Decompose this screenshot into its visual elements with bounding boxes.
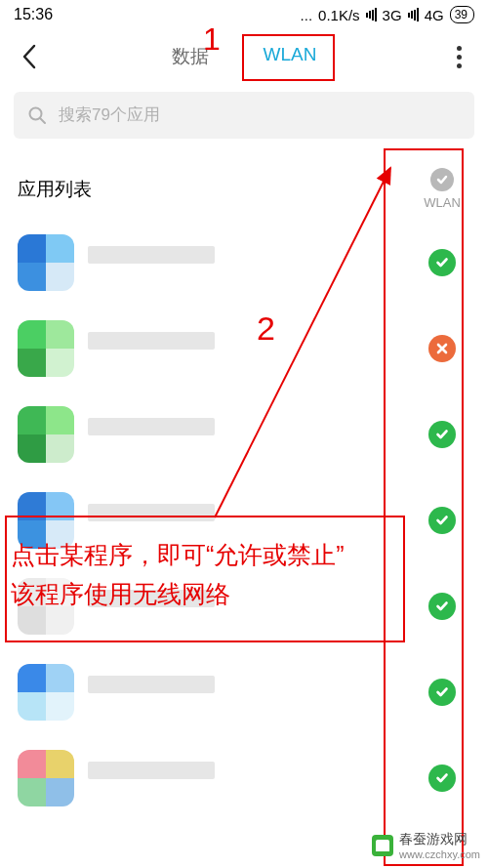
- app-status-col: [414, 593, 470, 620]
- checkmark-icon: [434, 255, 450, 270]
- tabs: 数据 WLAN: [49, 30, 439, 83]
- app-status-col: [414, 507, 470, 534]
- checkmark-icon: [434, 513, 450, 528]
- search-box[interactable]: [14, 92, 474, 139]
- app-icon: [18, 406, 74, 463]
- search-input[interactable]: [57, 104, 461, 126]
- app-name: [88, 246, 414, 279]
- app-name: [88, 762, 414, 795]
- app-status-col: [414, 249, 470, 276]
- app-status-col: [414, 335, 470, 362]
- app-list: [0, 220, 488, 821]
- tab-data[interactable]: 数据: [144, 30, 236, 83]
- signal-bars-icon: [408, 8, 419, 21]
- watermark-text: 春蚕游戏网 www.czchxy.com: [399, 831, 480, 860]
- app-icon: [18, 234, 74, 291]
- app-name: [88, 504, 414, 537]
- column-header-wlan[interactable]: WLAN: [414, 168, 470, 210]
- app-row[interactable]: [0, 220, 488, 306]
- search-wrap: [0, 84, 488, 146]
- status-indicators: ... 0.1K/s 3G 4G 39: [301, 6, 474, 23]
- toggle-allow[interactable]: [428, 679, 456, 706]
- toggle-allow[interactable]: [428, 421, 456, 448]
- checkmark-icon: [434, 684, 450, 700]
- app-icon: [18, 750, 74, 806]
- app-status-col: [414, 421, 470, 448]
- battery-icon: 39: [450, 6, 474, 23]
- app-row[interactable]: [0, 563, 488, 649]
- close-icon: [434, 341, 450, 356]
- app-status-col: [414, 765, 470, 792]
- tab-bar: 数据 WLAN: [0, 29, 488, 84]
- status-3g: 3G: [383, 7, 402, 23]
- app-name: [88, 418, 414, 451]
- toggle-allow[interactable]: [428, 593, 456, 620]
- app-name: [88, 676, 414, 709]
- app-row[interactable]: [0, 392, 488, 477]
- toggle-allow[interactable]: [428, 507, 456, 534]
- app-icon: [18, 320, 74, 377]
- svg-line-1: [40, 118, 45, 123]
- list-header: 应用列表 WLAN: [0, 146, 488, 220]
- toggle-allow[interactable]: [428, 765, 456, 792]
- status-bar: 15:36 ... 0.1K/s 3G 4G 39: [0, 0, 488, 29]
- toggle-allow[interactable]: [428, 249, 456, 276]
- app-row[interactable]: [0, 735, 488, 821]
- app-row[interactable]: [0, 649, 488, 735]
- app-icon: [18, 578, 74, 635]
- more-dots-icon: [457, 46, 462, 51]
- app-row[interactable]: [0, 306, 488, 392]
- watermark: 春蚕游戏网 www.czchxy.com: [372, 831, 480, 860]
- status-net-speed: 0.1K/s: [318, 7, 360, 23]
- watermark-icon: [372, 835, 393, 856]
- more-button[interactable]: [439, 37, 478, 76]
- app-name: [88, 332, 414, 365]
- checkmark-icon: [434, 770, 450, 786]
- checkmark-icon: [434, 427, 450, 442]
- column-label: WLAN: [424, 195, 461, 210]
- chevron-left-icon: [20, 43, 38, 70]
- toggle-deny[interactable]: [428, 335, 456, 362]
- app-icon: [18, 664, 74, 721]
- column-toggle-all[interactable]: [430, 168, 454, 191]
- signal-bars-icon: [366, 8, 377, 21]
- app-icon: [18, 492, 74, 549]
- app-row[interactable]: [0, 477, 488, 563]
- checkmark-icon: [435, 173, 449, 186]
- app-name: [88, 590, 414, 623]
- list-title: 应用列表: [18, 177, 414, 202]
- tab-wlan[interactable]: WLAN: [236, 30, 345, 83]
- status-dots: ...: [301, 7, 313, 23]
- checkmark-icon: [434, 599, 450, 614]
- status-4g: 4G: [425, 7, 444, 23]
- back-button[interactable]: [10, 37, 49, 76]
- app-status-col: [414, 679, 470, 706]
- status-time: 15:36: [14, 6, 53, 23]
- search-icon: [27, 105, 47, 125]
